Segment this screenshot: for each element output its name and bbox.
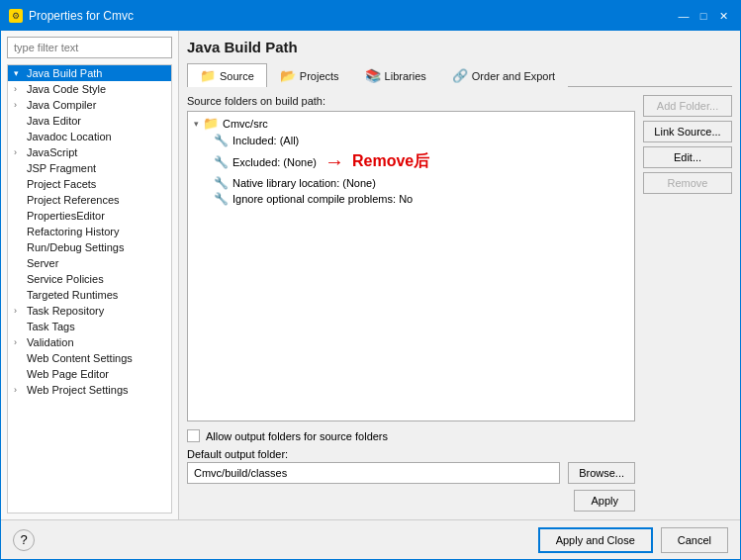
native-icon: 🔧 [214,176,229,190]
sidebar-item-label: Project Facets [27,178,96,190]
sidebar-item-refactoring-history[interactable]: Refactoring History [8,224,171,239]
minimize-button[interactable]: — [675,7,693,25]
sidebar-item-java-editor[interactable]: Java Editor [8,113,171,129]
properties-dialog: ⚙ Properties for Cmvc — □ ✕ ▾ Java Build… [0,0,741,560]
tab-order-export-label: Order and Export [472,70,555,82]
allow-output-label: Allow output folders for source folders [206,430,388,442]
sidebar-item-service-policies[interactable]: Service Policies [8,271,171,287]
sidebar-item-task-repository[interactable]: › Task Repository [8,303,171,319]
sidebar-item-server[interactable]: Server [8,255,171,271]
sidebar-item-project-references[interactable]: Project References [8,192,171,208]
titlebar-controls: — □ ✕ [675,7,732,25]
main-content: Source folders on build path: ▾ 📁 Cmvc/s… [187,95,732,512]
src-ignore-item[interactable]: 🔧 Ignore optional compile problems: No [210,191,632,207]
src-root-item[interactable]: ▾ 📁 Cmvc/src [190,114,632,133]
cancel-button[interactable]: Cancel [661,527,728,553]
output-folder-input[interactable] [187,462,560,484]
sidebar-item-label: Server [27,257,58,269]
arrow-icon: › [14,385,24,395]
src-native-label: Native library location: (None) [232,177,376,189]
right-panel: Java Build Path 📁 Source 📂 Projects 📚 Li… [179,31,740,519]
sidebar-item-run-debug-settings[interactable]: Run/Debug Settings [8,239,171,255]
output-row: Browse... [187,462,635,484]
sidebar-item-label: Task Repository [27,305,104,317]
sidebar-item-label: Project References [27,194,120,206]
sidebar-item-label: PropertiesEditor [27,210,105,222]
source-folders-label: Source folders on build path: [187,95,635,107]
src-children: 🔧 Included: (All) 🔧 Excluded: (None) → R… [190,133,632,207]
help-button[interactable]: ? [13,529,35,551]
sidebar-item-targeted-runtimes[interactable]: Targeted Runtimes [8,287,171,303]
sidebar-item-jsp-fragment[interactable]: JSP Fragment [8,160,171,176]
arrow-icon: › [14,147,24,157]
sidebar-item-label: Run/Debug Settings [27,241,124,253]
bottom-section: Allow output folders for source folders … [187,429,635,512]
footer-left: ? [13,529,35,551]
tab-bar: 📁 Source 📂 Projects 📚 Libraries 🔗 Order … [187,63,732,87]
sidebar-item-properties-editor[interactable]: PropertiesEditor [8,208,171,224]
close-button[interactable]: ✕ [714,7,732,25]
tab-order-export[interactable]: 🔗 Order and Export [439,63,568,87]
action-buttons: Add Folder... Link Source... Edit... Rem… [643,95,732,512]
maximize-button[interactable]: □ [695,7,712,25]
expand-arrow-icon: ▾ [194,119,199,129]
sidebar-item-label: Javadoc Location [27,131,112,142]
arrow-icon: › [14,337,24,347]
sidebar-item-label: Refactoring History [27,226,120,237]
sidebar-item-label: JSP Fragment [27,162,96,174]
sidebar-item-web-project-settings[interactable]: › Web Project Settings [8,382,171,398]
src-native-item[interactable]: 🔧 Native library location: (None) [210,175,632,191]
source-tree[interactable]: ▾ 📁 Cmvc/src 🔧 Included: (All) [187,111,635,421]
dialog-footer: ? Apply and Close Cancel [1,519,740,559]
sidebar-item-javascript[interactable]: › JavaScript [8,144,171,160]
order-export-tab-icon: 🔗 [452,68,468,83]
folder-icon: 📁 [203,116,219,131]
sidebar-item-label: Service Policies [27,273,104,285]
add-folder-button[interactable]: Add Folder... [643,95,732,117]
panel-title: Java Build Path [187,39,732,55]
sidebar-item-javadoc-location[interactable]: Javadoc Location [8,129,171,144]
sidebar-item-web-content-settings[interactable]: Web Content Settings [8,350,171,366]
sidebar-tree: ▾ Java Build Path › Java Code Style › Ja… [7,64,172,513]
sidebar-item-java-build-path[interactable]: ▾ Java Build Path [8,65,171,81]
src-excluded-label: Excluded: (None) [232,156,317,168]
sidebar-item-web-page-editor[interactable]: Web Page Editor [8,366,171,382]
apply-button[interactable]: Apply [574,490,635,512]
left-panel: ▾ Java Build Path › Java Code Style › Ja… [1,31,179,519]
sidebar-item-label: Targeted Runtimes [27,289,118,301]
sidebar-item-label: JavaScript [27,146,77,158]
excluded-row: 🔧 Excluded: (None) → Remove后 [210,148,632,175]
sidebar-item-validation[interactable]: › Validation [8,334,171,350]
tab-projects[interactable]: 📂 Projects [267,63,352,87]
dialog-title: Properties for Cmvc [29,9,134,23]
sidebar-item-java-code-style[interactable]: › Java Code Style [8,81,171,97]
src-excluded-item[interactable]: 🔧 Excluded: (None) [214,155,317,169]
source-panel: Source folders on build path: ▾ 📁 Cmvc/s… [187,95,635,512]
dialog-icon: ⚙ [9,9,23,23]
libraries-tab-icon: 📚 [365,68,381,83]
sidebar-item-label: Java Code Style [27,83,106,95]
tab-source-label: Source [220,70,254,82]
sidebar-item-project-facets[interactable]: Project Facets [8,176,171,192]
link-source-button[interactable]: Link Source... [643,121,732,142]
apply-close-button[interactable]: Apply and Close [538,527,653,553]
annotation-arrow-icon: → [324,150,344,173]
sidebar-item-label: Java Compiler [27,99,96,111]
arrow-icon: › [14,84,24,94]
sidebar-item-label: Web Project Settings [27,384,129,396]
sidebar-item-task-tags[interactable]: Task Tags [8,319,171,334]
apply-row: Apply [187,490,635,512]
sidebar-item-java-compiler[interactable]: › Java Compiler [8,97,171,113]
tab-libraries[interactable]: 📚 Libraries [352,63,439,87]
allow-output-row: Allow output folders for source folders [187,429,635,442]
content-area: ▾ Java Build Path › Java Code Style › Ja… [1,31,740,519]
source-tab-icon: 📁 [200,68,216,83]
tab-source[interactable]: 📁 Source [187,63,267,87]
remove-button[interactable]: Remove [643,172,732,194]
src-included-item[interactable]: 🔧 Included: (All) [210,133,632,148]
tab-projects-label: Projects [300,70,339,82]
browse-button[interactable]: Browse... [568,462,635,484]
filter-input[interactable] [7,37,172,58]
edit-button[interactable]: Edit... [643,146,732,168]
allow-output-checkbox[interactable] [187,429,200,442]
